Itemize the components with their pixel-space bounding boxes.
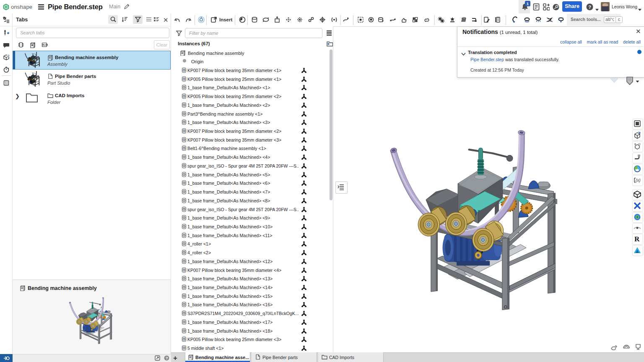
svg-text:R: R [634, 235, 640, 243]
svg-text:?: ? [8, 54, 10, 57]
svg-text:?: ? [166, 356, 168, 360]
svg-text:BLOB: BLOB [42, 44, 48, 46]
svg-text:?: ? [588, 5, 591, 10]
svg-text:(x): (x) [636, 178, 641, 183]
